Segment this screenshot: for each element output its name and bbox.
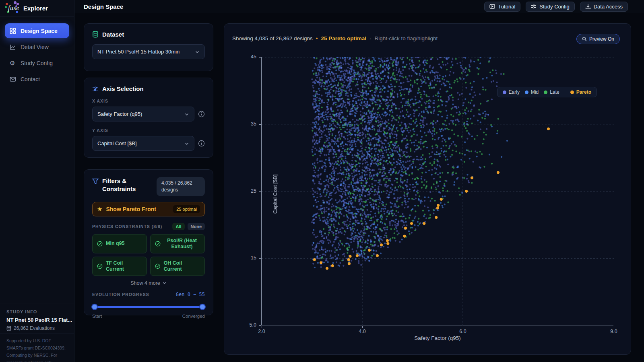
chevron-down-icon [162, 281, 167, 285]
show-pareto-front-button[interactable]: ★ Show Pareto Front 25 optimal [92, 202, 205, 216]
constraints-none-button[interactable]: None [188, 223, 205, 230]
dataset-select[interactable]: NT Pnet 50 PsolR 15 Flattop 30min [92, 44, 205, 59]
y-tick-label: 25 [251, 188, 256, 194]
funnel-icon [92, 178, 99, 185]
database-icon [92, 31, 99, 38]
fuse-logo-icon: fuse [6, 2, 19, 14]
show-more-label: Show 4 more [130, 280, 160, 286]
info-icon[interactable] [198, 140, 205, 147]
study-info-heading: STUDY INFO [6, 309, 68, 314]
x-axis-label: X AXIS [92, 99, 205, 103]
constraint-chip-psol-r[interactable]: Psol/R (Heat Exhaust) [150, 234, 205, 253]
constraints-all-button[interactable]: All [172, 223, 184, 230]
sidebar-item-contact[interactable]: Contact [5, 72, 69, 86]
download-icon [585, 4, 591, 9]
legend-item-pareto[interactable]: Pareto [570, 89, 591, 95]
legend-label: Mid [531, 89, 539, 95]
star-icon: ★ [97, 206, 102, 213]
pareto-button-label: Show Pareto Front [106, 206, 156, 212]
page-title: Design Space [84, 3, 123, 10]
sidebar-item-detail-view[interactable]: Detail View [5, 39, 69, 54]
x-tick-mark [262, 326, 262, 328]
legend-label: Pareto [576, 89, 591, 95]
slider-start-label: Start [92, 314, 102, 319]
slider-thumb-start[interactable] [91, 304, 98, 310]
sidebar: fuse Explorer Design Space Detail View ⚙… [0, 0, 74, 362]
x-tick-label: 6.0 [457, 329, 469, 334]
y-tick-mark [259, 124, 261, 125]
y-tick-label: 45 [251, 54, 256, 60]
axis-sliders-icon [92, 86, 99, 92]
sidebar-item-label: Detail View [21, 44, 49, 50]
dataset-select-value: NT Pnet 50 PsolR 15 Flattop 30min [97, 49, 180, 55]
constraint-chip-oh-coil[interactable]: OH Coil Current [150, 257, 205, 276]
check-circle-icon [97, 263, 103, 269]
generation-range: Gen 0 − 55 [176, 292, 205, 297]
y-tick-mark [259, 325, 261, 326]
chevron-down-icon [195, 49, 200, 54]
legend-divider [565, 89, 565, 95]
dataset-title: Dataset [102, 31, 124, 38]
sidebar-item-design-space[interactable]: Design Space [5, 23, 69, 38]
axis-selection-title: Axis Selection [102, 85, 144, 92]
y-axis-title: Capital Cost [$B] [272, 175, 278, 214]
sidebar-nav: Design Space Detail View ⚙ Study Config … [0, 16, 74, 86]
gear-icon: ⚙ [10, 60, 16, 66]
x-tick-mark [362, 326, 363, 328]
chart-panel: Showing 4,035 of 26,862 designs • 25 Par… [224, 23, 631, 355]
envelope-icon [10, 76, 16, 82]
evolution-slider[interactable] [92, 304, 205, 310]
legend-item-mid[interactable]: Mid [525, 89, 539, 95]
filters-title: Filters & Constraints [102, 177, 147, 193]
plot-area-wrap: Capital Cost [$B] Safety Factor (q95) 45… [224, 24, 631, 354]
y-tick-label: 5.0 [250, 322, 256, 328]
constraint-chips: Min q95 Psol/R (Heat Exhaust) TF Coil Cu… [92, 234, 205, 276]
tutorial-button[interactable]: Tutorial [484, 2, 520, 12]
evaluations-count: 26,862 Evaluations [14, 325, 55, 331]
topbar: Design Space Tutorial Study Config Data … [74, 0, 644, 13]
chip-label: OH Coil Current [163, 260, 200, 272]
legend-item-late[interactable]: Late [544, 89, 559, 95]
chip-label: Min q95 [106, 241, 125, 247]
chip-label: TF Coil Current [106, 260, 142, 272]
y-tick-mark [259, 191, 261, 192]
x-axis-select-value: Safety Factor (q95) [97, 111, 142, 117]
study-info-name: NT Pnet 50 PsolR 15 Flat... [6, 317, 68, 323]
sidebar-item-label: Study Config [21, 60, 53, 66]
y-tick-mark [259, 258, 261, 259]
study-config-button-label: Study Config [539, 4, 569, 10]
y-tick-label: 15 [251, 255, 256, 261]
dataset-panel: Dataset NT Pnet 50 PsolR 15 Flattop 30mi… [84, 23, 213, 71]
y-axis-select[interactable]: Capital Cost [$B] [92, 136, 194, 151]
x-axis-title: Safety Factor (q95) [262, 335, 613, 341]
legend-dot-early [503, 90, 506, 94]
constraint-chip-tf-coil[interactable]: TF Coil Current [92, 257, 147, 276]
tutorial-button-label: Tutorial [498, 4, 515, 10]
legend-dot-pareto [570, 90, 574, 94]
designs-count-badge: 4,035 / 26,862 designs [157, 177, 205, 196]
x-tick-label: 4.0 [357, 329, 368, 334]
pareto-count-badge: 25 optimal [173, 205, 200, 213]
show-more-link[interactable]: Show 4 more [92, 280, 205, 286]
slider-track[interactable] [92, 306, 205, 308]
legend-dot-late [544, 90, 547, 94]
check-circle-icon [155, 241, 161, 247]
x-tick-label: 9.0 [608, 329, 619, 334]
slider-thumb-end[interactable] [199, 304, 206, 310]
sidebar-item-label: Design Space [21, 28, 58, 34]
database-icon [6, 326, 11, 331]
x-axis-select[interactable]: Safety Factor (q95) [92, 107, 194, 121]
info-icon[interactable] [198, 111, 205, 117]
study-info: STUDY INFO NT Pnet 50 PsolR 15 Flat... 2… [0, 304, 74, 331]
legend-item-early[interactable]: Early [503, 89, 520, 95]
scatter-plot-canvas[interactable] [262, 57, 614, 325]
logo-suffix: Explorer [23, 5, 48, 12]
data-access-button[interactable]: Data Access [580, 2, 628, 12]
axis-selection-panel: Axis Selection X AXIS Safety Factor (q95… [84, 78, 213, 158]
x-tick-label: 2.0 [256, 329, 267, 334]
evolution-heading: EVOLUTION PROGRESS [92, 292, 149, 297]
constraint-chip-min-q95[interactable]: Min q95 [92, 234, 147, 253]
sidebar-item-study-config[interactable]: ⚙ Study Config [5, 56, 69, 70]
study-config-button[interactable]: Study Config [526, 2, 574, 12]
chevron-down-icon [184, 112, 189, 117]
